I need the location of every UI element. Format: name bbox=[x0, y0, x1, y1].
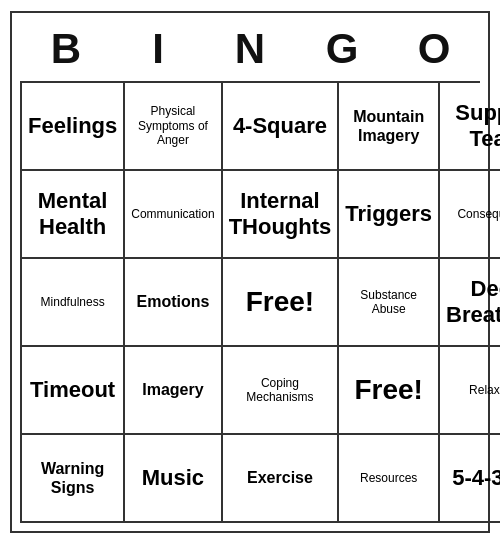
bingo-cell-12: Free! bbox=[223, 259, 340, 347]
bingo-cell-19: Relaxation bbox=[440, 347, 500, 435]
cell-text-14: Deep Breathing bbox=[446, 276, 500, 329]
bingo-header: BINGO bbox=[20, 21, 480, 81]
bingo-cell-8: Triggers bbox=[339, 171, 440, 259]
cell-text-20: Warning Signs bbox=[28, 459, 117, 497]
cell-text-22: Exercise bbox=[247, 468, 313, 487]
bingo-card: BINGO FeelingsPhysical Symptoms of Anger… bbox=[10, 11, 490, 533]
bingo-cell-24: 5-4-3-2-1 bbox=[440, 435, 500, 523]
bingo-cell-22: Exercise bbox=[223, 435, 340, 523]
bingo-cell-18: Free! bbox=[339, 347, 440, 435]
bingo-cell-1: Physical Symptoms of Anger bbox=[125, 83, 222, 171]
bingo-cell-13: Substance Abuse bbox=[339, 259, 440, 347]
cell-text-15: Timeout bbox=[30, 377, 115, 403]
cell-text-7: Internal THoughts bbox=[229, 188, 332, 241]
cell-text-13: Substance Abuse bbox=[345, 288, 432, 317]
cell-text-1: Physical Symptoms of Anger bbox=[131, 104, 214, 147]
cell-text-19: Relaxation bbox=[469, 383, 500, 397]
bingo-cell-7: Internal THoughts bbox=[223, 171, 340, 259]
bingo-cell-10: Mindfulness bbox=[22, 259, 125, 347]
cell-text-9: Consequences bbox=[457, 207, 500, 221]
cell-text-2: 4-Square bbox=[233, 113, 327, 139]
cell-text-3: Mountain Imagery bbox=[345, 107, 432, 145]
cell-text-12: Free! bbox=[246, 285, 314, 319]
bingo-cell-2: 4-Square bbox=[223, 83, 340, 171]
bingo-cell-11: Emotions bbox=[125, 259, 222, 347]
cell-text-23: Resources bbox=[360, 471, 417, 485]
bingo-cell-17: Coping Mechanisms bbox=[223, 347, 340, 435]
cell-text-5: Mental Health bbox=[28, 188, 117, 241]
bingo-cell-3: Mountain Imagery bbox=[339, 83, 440, 171]
bingo-cell-21: Music bbox=[125, 435, 222, 523]
bingo-cell-15: Timeout bbox=[22, 347, 125, 435]
bingo-cell-6: Communication bbox=[125, 171, 222, 259]
bingo-cell-5: Mental Health bbox=[22, 171, 125, 259]
cell-text-11: Emotions bbox=[136, 292, 209, 311]
cell-text-8: Triggers bbox=[345, 201, 432, 227]
cell-text-17: Coping Mechanisms bbox=[229, 376, 332, 405]
header-letter-i: I bbox=[114, 25, 202, 73]
bingo-cell-0: Feelings bbox=[22, 83, 125, 171]
cell-text-4: Support Team bbox=[446, 100, 500, 153]
cell-text-18: Free! bbox=[354, 373, 422, 407]
bingo-cell-14: Deep Breathing bbox=[440, 259, 500, 347]
bingo-cell-23: Resources bbox=[339, 435, 440, 523]
cell-text-0: Feelings bbox=[28, 113, 117, 139]
header-letter-n: N bbox=[206, 25, 294, 73]
bingo-cell-4: Support Team bbox=[440, 83, 500, 171]
cell-text-24: 5-4-3-2-1 bbox=[452, 465, 500, 491]
cell-text-10: Mindfulness bbox=[41, 295, 105, 309]
header-letter-b: B bbox=[22, 25, 110, 73]
cell-text-21: Music bbox=[142, 465, 204, 491]
header-letter-g: G bbox=[298, 25, 386, 73]
cell-text-6: Communication bbox=[131, 207, 214, 221]
bingo-cell-16: Imagery bbox=[125, 347, 222, 435]
cell-text-16: Imagery bbox=[142, 380, 203, 399]
bingo-grid: FeelingsPhysical Symptoms of Anger4-Squa… bbox=[20, 81, 480, 523]
bingo-cell-20: Warning Signs bbox=[22, 435, 125, 523]
bingo-cell-9: Consequences bbox=[440, 171, 500, 259]
header-letter-o: O bbox=[390, 25, 478, 73]
